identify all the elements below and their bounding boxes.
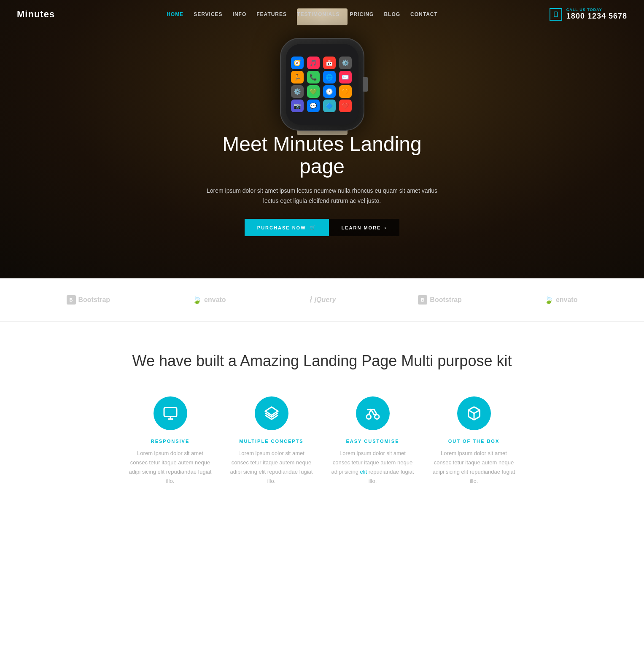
bootstrap-label-2: Bootstrap bbox=[430, 296, 462, 304]
phone-text-block: CALL US TODAY 1800 1234 5678 bbox=[566, 8, 627, 21]
learn-more-button[interactable]: LEARN MORE › bbox=[329, 219, 400, 236]
site-logo[interactable]: Minutes bbox=[17, 9, 55, 20]
phone-number: 1800 1234 5678 bbox=[566, 12, 627, 21]
nav-pricing[interactable]: PRICING bbox=[350, 11, 374, 17]
purchase-label: PURCHASE NOW bbox=[257, 225, 306, 230]
app-icon-msg: 💬 bbox=[307, 100, 320, 112]
app-icon-nav: 🔷 bbox=[323, 100, 336, 112]
box-label: OUT OF THE BOX bbox=[432, 439, 516, 444]
site-header: Minutes HOME SERVICES INFO FEATURES TEST… bbox=[0, 0, 644, 28]
box-desc: Lorem ipsum dolor sit amet consec tetur … bbox=[432, 449, 516, 486]
app-icon-heart: ❤️ bbox=[339, 100, 352, 112]
responsive-label: RESPONSIVE bbox=[128, 439, 213, 444]
nav-services[interactable]: SERVICES bbox=[194, 11, 222, 17]
logo-bootstrap-1: B Bootstrap bbox=[67, 295, 110, 305]
jquery-swirl-icon: ⌇ bbox=[308, 295, 312, 305]
concepts-label: MULTIPLE CONCEPTS bbox=[229, 439, 314, 444]
box-icon-circle bbox=[457, 396, 491, 430]
responsive-desc: Lorem ipsum dolor sit amet consec tetur … bbox=[128, 449, 213, 486]
watch-illustration: 🧭 🎵 📅 ⚙️ 🏃 📞 🌐 ✉️ ⚙️ 💚 🕐 🧡 📷 💬 🔷 ❤️ bbox=[263, 8, 381, 143]
nav-testimonials[interactable]: TESTIMONIALS bbox=[297, 11, 340, 17]
phone-icon bbox=[550, 8, 562, 21]
phone-block: CALL US TODAY 1800 1234 5678 bbox=[550, 8, 627, 21]
chevron-right-icon: › bbox=[384, 225, 387, 230]
logos-bar: B Bootstrap 🍃 envato ⌇ jQuery B Bootstra… bbox=[0, 278, 644, 322]
concepts-icon-circle bbox=[255, 396, 288, 430]
svg-rect-2 bbox=[164, 407, 177, 416]
app-icon-calendar: 📅 bbox=[323, 57, 336, 69]
cart-icon: 🛒 bbox=[310, 225, 316, 230]
logo-envato-1: 🍃 envato bbox=[192, 295, 226, 305]
app-icon-settings1: ⚙️ bbox=[339, 57, 352, 69]
feature-easy-customise: EASY CUSTOMISE Lorem ipsum dolor sit ame… bbox=[331, 396, 415, 486]
hero-title: Meet Minutes Landing page bbox=[204, 133, 440, 178]
app-icon-music: 🎵 bbox=[307, 57, 320, 69]
features-title: We have built a Amazing Landing Page Mul… bbox=[25, 351, 619, 371]
bootstrap-icon-2: B bbox=[418, 295, 427, 305]
envato-leaf-icon-2: 🍃 bbox=[544, 295, 553, 305]
layers-icon bbox=[264, 406, 279, 421]
concepts-desc: Lorem ipsum dolor sit amet consec tetur … bbox=[229, 449, 314, 486]
customise-icon-circle bbox=[356, 396, 390, 430]
nav-contact[interactable]: CONTACT bbox=[410, 11, 438, 17]
bootstrap-icon-1: B bbox=[67, 295, 76, 305]
feature-out-of-box: OUT OF THE BOX Lorem ipsum dolor sit ame… bbox=[432, 396, 516, 486]
feature-multiple-concepts: MULTIPLE CONCEPTS Lorem ipsum dolor sit … bbox=[229, 396, 314, 486]
customise-highlight: elit bbox=[360, 469, 367, 475]
app-icon-settings2: ⚙️ bbox=[291, 85, 304, 98]
app-icon-photos: 📷 bbox=[291, 100, 304, 112]
nav-home[interactable]: HOME bbox=[167, 11, 183, 17]
app-icon-mail: ✉️ bbox=[339, 71, 352, 84]
monitor-icon bbox=[163, 406, 178, 421]
main-nav: HOME SERVICES INFO FEATURES TESTIMONIALS… bbox=[167, 11, 438, 17]
purchase-now-button[interactable]: PURCHASE NOW 🛒 bbox=[245, 219, 329, 236]
app-icon-maps: 🧭 bbox=[291, 57, 304, 69]
hero-subtitle: Lorem ipsum dolor sit amet ipsum lectus … bbox=[204, 186, 440, 206]
app-icon-clock: 🕐 bbox=[323, 85, 336, 98]
bicycle-icon bbox=[365, 406, 380, 421]
watch-body: 🧭 🎵 📅 ⚙️ 🏃 📞 🌐 ✉️ ⚙️ 💚 🕐 🧡 📷 💬 🔷 ❤️ bbox=[280, 38, 364, 131]
responsive-icon-circle bbox=[154, 396, 187, 430]
app-icon-fitness: 💚 bbox=[307, 85, 320, 98]
jquery-label: jQuery bbox=[315, 296, 336, 304]
nav-info[interactable]: INFO bbox=[233, 11, 247, 17]
app-icon-phone: 📞 bbox=[307, 71, 320, 84]
box-icon bbox=[466, 406, 482, 421]
hero-section: Minutes HOME SERVICES INFO FEATURES TEST… bbox=[0, 0, 644, 278]
watch-screen: 🧭 🎵 📅 ⚙️ 🏃 📞 🌐 ✉️ ⚙️ 💚 🕐 🧡 📷 💬 🔷 ❤️ bbox=[286, 44, 358, 125]
hero-buttons: PURCHASE NOW 🛒 LEARN MORE › bbox=[204, 219, 440, 236]
app-icon-globe: 🌐 bbox=[323, 71, 336, 84]
bootstrap-label-1: Bootstrap bbox=[78, 296, 110, 304]
nav-features[interactable]: FEATURES bbox=[256, 11, 287, 17]
learn-label: LEARN MORE bbox=[342, 225, 381, 230]
svg-point-6 bbox=[366, 415, 371, 419]
hero-content: Meet Minutes Landing page Lorem ipsum do… bbox=[196, 133, 449, 236]
nav-blog[interactable]: BLOG bbox=[384, 11, 400, 17]
svg-point-7 bbox=[375, 415, 379, 419]
app-icon-compass: 🧡 bbox=[339, 85, 352, 98]
logo-envato-2: 🍃 envato bbox=[544, 295, 578, 305]
feature-responsive: RESPONSIVE Lorem ipsum dolor sit amet co… bbox=[128, 396, 213, 486]
call-us-label: CALL US TODAY bbox=[566, 8, 627, 12]
app-icon-activity: 🏃 bbox=[291, 71, 304, 84]
envato-leaf-icon-1: 🍃 bbox=[192, 295, 202, 305]
features-section: We have built a Amazing Landing Page Mul… bbox=[0, 322, 644, 511]
logo-bootstrap-2: B Bootstrap bbox=[418, 295, 462, 305]
features-grid: RESPONSIVE Lorem ipsum dolor sit amet co… bbox=[25, 396, 619, 486]
customise-desc: Lorem ipsum dolor sit amet consec tetur … bbox=[331, 449, 415, 486]
watch-crown bbox=[363, 77, 368, 92]
logo-jquery: ⌇ jQuery bbox=[308, 295, 336, 305]
envato-label-2: envato bbox=[556, 296, 578, 304]
customise-label: EASY CUSTOMISE bbox=[331, 439, 415, 444]
envato-label-1: envato bbox=[204, 296, 226, 304]
